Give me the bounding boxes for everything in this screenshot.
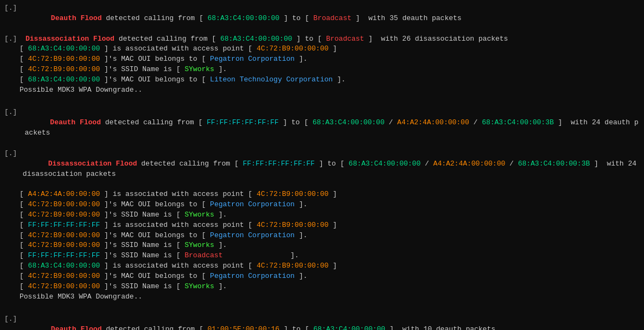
log-content: [ 68:A3:C4:00:00:00 ] is associated with… <box>20 44 337 54</box>
log-content: [ 4C:72:B9:00:00:00 ]'s MAC OUI belongs … <box>20 54 308 65</box>
log-line: [.] Deauth Flood detected calling from [… <box>4 3 640 34</box>
terminal-window: [.] Deauth Flood detected calling from [… <box>0 0 644 330</box>
log-line: [.] Dissassociation Flood detected calli… <box>4 34 640 45</box>
log-line: [.] Deauth Flood detected calling from [… <box>4 107 640 148</box>
line-prefix: [.] <box>4 34 25 45</box>
log-indent-block: [ 68:A3:C4:00:00:00 ] is associated with… <box>4 44 640 95</box>
line-prefix: [.] <box>4 107 25 148</box>
log-content: Deauth Flood detected calling from [ FF:… <box>25 107 640 148</box>
blank-line <box>4 98 640 108</box>
log-line: [.] Dissassociation Flood detected calli… <box>4 149 640 189</box>
line-prefix: [.] <box>4 314 25 330</box>
log-line: [.] Deauth Flood detected calling from [… <box>4 314 640 330</box>
log-content: Deauth Flood detected calling from [ 01:… <box>25 314 495 330</box>
line-prefix: [.] <box>4 3 25 34</box>
blank-line <box>4 304 640 314</box>
line-prefix: [.] <box>4 149 23 189</box>
log-indent-block: [ A4:A2:4A:00:00:00 ] is associated with… <box>4 189 640 302</box>
log-content: Deauth Flood detected calling from [ 68:… <box>25 3 462 34</box>
log-content: [ 68:A3:C4:00:00:00 ]'s MAC OUI belongs … <box>20 75 346 85</box>
log-content: Possible MDK3 WPA Downgrade.. <box>20 85 142 96</box>
log-content: Dissassociation Flood detected calling f… <box>23 149 640 189</box>
log-content: [ 4C:72:B9:00:00:00 ]'s SSID Name is [ S… <box>20 65 227 75</box>
log-content: Dissassociation Flood detected calling f… <box>25 34 508 45</box>
